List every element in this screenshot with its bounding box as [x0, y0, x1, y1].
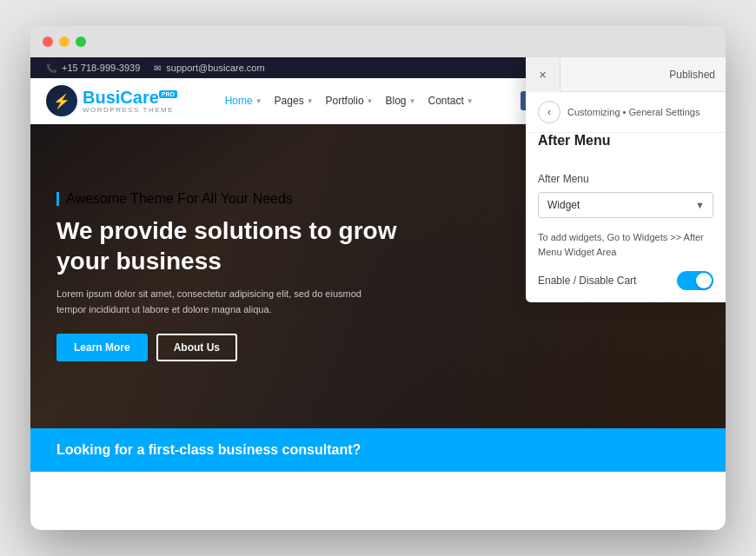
cart-toggle-label: Enable / Disable Cart	[538, 275, 636, 287]
phone-icon: 📞	[46, 63, 56, 73]
customizer-nav: ‹ Customizing • General Settings	[526, 92, 726, 133]
hero-tag-line	[56, 192, 59, 206]
about-us-button[interactable]: About Us	[156, 334, 237, 361]
maximize-dot[interactable]	[76, 36, 86, 47]
nav-item-portfolio[interactable]: Portfolio ▼	[326, 95, 374, 107]
website-inner: 📞 +15 718-999-3939 ✉ support@busicare.co…	[30, 57, 726, 530]
email-address: support@busicare.com	[166, 63, 264, 73]
after-menu-select-wrapper: Widget Text None ▼	[538, 192, 713, 218]
hero-tag: Awesome Theme For All Your Needs	[56, 191, 421, 207]
hero-buttons: Learn More About Us	[56, 334, 421, 361]
phone-info: 📞 +15 718-999-3939	[46, 63, 140, 73]
logo-wordmark: BusiCarePRO	[83, 89, 177, 106]
nav-item-blog[interactable]: Blog ▼	[386, 95, 416, 107]
nav-item-contact[interactable]: Contact ▼	[428, 95, 473, 107]
logo-name1: Busi	[83, 88, 120, 107]
customizer-breadcrumb-area: Customizing • General Settings	[567, 107, 700, 117]
customizer-body: After Menu Widget Text None ▼ To add wid…	[526, 161, 726, 302]
bottom-banner-text: Looking for a first-class business consu…	[56, 442, 361, 457]
nav-menu: Home ▼ Pages ▼ Portfolio ▼ Blog ▼ Contac…	[225, 95, 474, 107]
minimize-dot[interactable]	[59, 36, 70, 47]
customizer-panel: × Published ‹ Customizing • General Sett…	[526, 57, 726, 302]
hero-content: Awesome Theme For All Your Needs We prov…	[56, 191, 421, 361]
learn-more-button[interactable]: Learn More	[56, 334, 148, 361]
cart-toggle-row: Enable / Disable Cart	[538, 271, 713, 290]
nav-item-pages[interactable]: Pages ▼	[275, 95, 314, 107]
logo: ⚡ BusiCarePRO WORDPRESS THEME	[46, 85, 177, 116]
phone-number: +15 718-999-3939	[62, 63, 140, 73]
browser-window: 📞 +15 718-999-3939 ✉ support@busicare.co…	[30, 26, 726, 530]
cart-toggle[interactable]	[677, 271, 713, 290]
customizer-section-title: After Menu	[526, 133, 726, 161]
customizer-breadcrumb: Customizing • General Settings	[567, 107, 700, 117]
customizer-published-label: Published	[560, 69, 726, 81]
logo-name2: Care	[120, 88, 158, 107]
after-menu-field-label: After Menu	[538, 173, 713, 185]
customizer-close-button[interactable]: ×	[526, 57, 560, 92]
hero-description: Lorem ipsum dolor sit amet, consectetur …	[56, 287, 387, 317]
email-icon: ✉	[154, 63, 161, 73]
close-dot[interactable]	[43, 36, 53, 47]
after-menu-select[interactable]: Widget Text None	[538, 192, 713, 218]
logo-text-area: BusiCarePRO WORDPRESS THEME	[83, 89, 177, 114]
nav-item-home[interactable]: Home ▼	[225, 95, 262, 107]
email-info: ✉ support@busicare.com	[154, 63, 264, 73]
hero-tag-text: Awesome Theme For All Your Needs	[66, 191, 293, 207]
browser-chrome	[30, 26, 726, 57]
toggle-knob	[696, 273, 712, 288]
website: 📞 +15 718-999-3939 ✉ support@busicare.co…	[30, 57, 726, 530]
top-bar-left: 📞 +15 718-999-3939 ✉ support@busicare.co…	[46, 63, 265, 73]
customizer-back-button[interactable]: ‹	[538, 101, 560, 123]
logo-icon: ⚡	[46, 85, 77, 116]
widget-help-text: To add widgets, Go to Widgets >> After M…	[538, 230, 713, 259]
customizer-header: × Published	[526, 57, 726, 92]
logo-pro-badge: PRO	[159, 90, 177, 98]
logo-subtext: WORDPRESS THEME	[83, 106, 177, 114]
hero-title: We provide solutions to grow your busine…	[56, 215, 421, 276]
bottom-banner: Looking for a first-class business consu…	[30, 428, 726, 472]
